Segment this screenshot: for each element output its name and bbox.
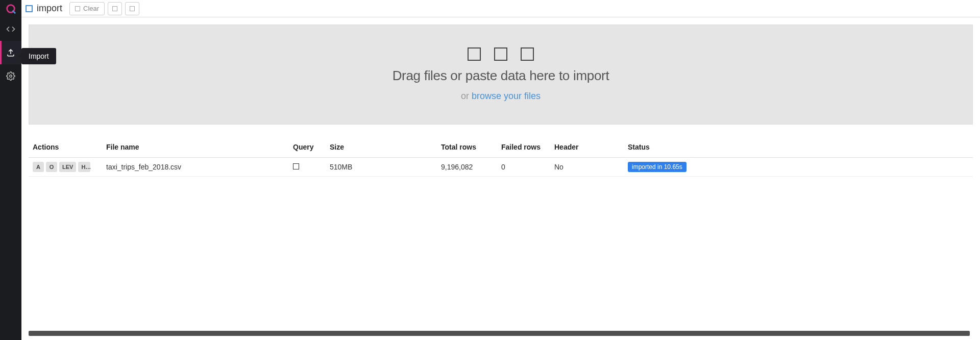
toolbar-button-3[interactable]: [125, 2, 139, 15]
bottom-status-bar: [29, 331, 970, 336]
dropzone-icons: [468, 47, 534, 61]
cell-total-rows: 9,196,082: [441, 163, 501, 171]
sidebar-tooltip: Import: [21, 48, 56, 64]
cell-status: imported in 10.65s: [628, 162, 971, 172]
dropzone-sub-prefix: or: [461, 91, 472, 101]
col-header-header: Header: [554, 143, 628, 151]
topbar-title-group: import: [26, 3, 62, 14]
col-header-failed: Failed rows: [501, 143, 554, 151]
action-chip-lev[interactable]: LEV: [59, 162, 76, 172]
cell-failed-rows: 0: [501, 163, 554, 171]
col-header-query: Query: [293, 143, 330, 151]
col-header-file: File name: [106, 143, 293, 151]
page-title: import: [37, 3, 62, 14]
action-chip-h[interactable]: H…: [78, 162, 90, 172]
sidebar-item-settings[interactable]: [0, 64, 21, 88]
import-page-icon: [26, 5, 33, 12]
sidebar-item-code[interactable]: [0, 17, 21, 41]
action-chip-a[interactable]: A: [33, 162, 44, 172]
dropzone-heading: Drag files or paste data here to import: [393, 68, 609, 84]
main-area: import Clear Drag files or paste data he…: [21, 0, 980, 340]
cell-size: 510MB: [330, 163, 441, 171]
cell-file-name: taxi_trips_feb_2018.csv: [106, 163, 293, 171]
file-icon: [521, 47, 534, 61]
dropzone-subtext: or browse your files: [461, 91, 541, 102]
clear-button[interactable]: Clear: [69, 2, 105, 15]
col-header-total: Total rows: [441, 143, 501, 151]
col-header-actions: Actions: [31, 143, 106, 151]
toolbar-button-2[interactable]: [108, 2, 122, 15]
status-badge: imported in 10.65s: [628, 162, 687, 172]
clear-icon: [75, 6, 80, 11]
browse-files-link[interactable]: browse your files: [472, 91, 541, 101]
cell-query[interactable]: [293, 163, 330, 171]
clear-label: Clear: [83, 5, 99, 12]
content: Drag files or paste data here to import …: [21, 17, 980, 340]
square-icon: [130, 6, 135, 11]
imports-table: Actions File name Query Size Total rows …: [29, 137, 973, 177]
table-header-row: Actions File name Query Size Total rows …: [29, 137, 973, 158]
cell-header: No: [554, 163, 628, 171]
topbar: import Clear: [21, 0, 980, 17]
col-header-size: Size: [330, 143, 441, 151]
action-chip-o[interactable]: O: [46, 162, 57, 172]
dropzone[interactable]: Drag files or paste data here to import …: [29, 25, 973, 125]
sidebar-item-import[interactable]: [0, 41, 21, 64]
query-icon: [293, 163, 299, 169]
action-chips: A O LEV H…: [33, 162, 106, 172]
file-icon: [494, 47, 507, 61]
svg-point-2: [10, 75, 12, 78]
app-logo-icon[interactable]: [0, 0, 21, 17]
col-header-status: Status: [628, 143, 971, 151]
table-row: A O LEV H… taxi_trips_feb_2018.csv 510MB…: [29, 158, 973, 177]
sidebar: [0, 0, 21, 340]
square-icon: [112, 6, 117, 11]
file-icon: [468, 47, 481, 61]
